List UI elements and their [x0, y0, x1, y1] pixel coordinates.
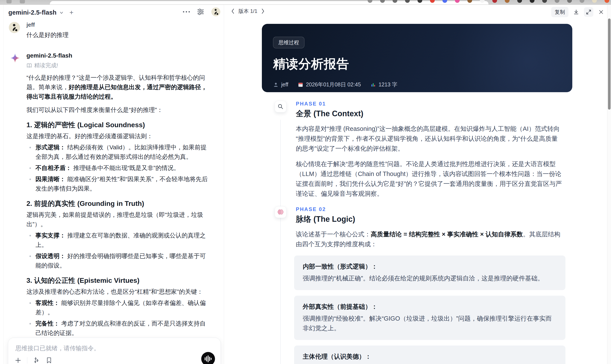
- bullet-item: 假设透明： 好的推理会明确指明哪些是已知事实，哪些是基于可能的假设。: [27, 251, 209, 270]
- card-title: 主体伦理（认识美德）：: [303, 352, 557, 361]
- new-chat-button[interactable]: +: [69, 9, 74, 16]
- bar-chart-icon: [371, 82, 376, 88]
- user-message: jeff 什么是好的推理: [9, 22, 209, 40]
- lead-in: 我们可以从以下四个维度来衡量什么是“好的推理”：: [27, 105, 209, 115]
- section: 2. 前提的真实性 (Grounding in Truth) 逻辑再完美，如果前…: [27, 199, 209, 270]
- extension-icon[interactable]: [368, 0, 372, 3]
- voice-input-button[interactable]: [201, 352, 215, 364]
- prev-version-icon[interactable]: [231, 8, 235, 14]
- phase-paragraph: 本内容是对“推理 (Reasoning)”这一抽象概念的高层建模。在知识爆炸与人…: [296, 124, 563, 153]
- section-desc: 这是推理的基石。好的推理必须遵循逻辑法则：: [27, 131, 209, 141]
- extension-icon[interactable]: [380, 0, 385, 3]
- user-avatar[interactable]: [211, 7, 220, 16]
- sections-list: 1. 逻辑的严密性 (Logical Soundness) 这是推理的基石。好的…: [27, 120, 209, 364]
- assistant-message: gemini-2.5-flash 精读完成! “什么是好的推理？”这是一个涉及逻…: [9, 52, 209, 364]
- divider: [27, 357, 27, 364]
- person-icon: [273, 82, 279, 88]
- extension-icon[interactable]: [417, 0, 422, 3]
- report-hero-card: 思维过程 精读分析报告 jeff: [262, 24, 572, 92]
- extension-icon[interactable]: [530, 0, 534, 3]
- extension-icon[interactable]: [555, 0, 559, 3]
- extension-icon[interactable]: [542, 0, 547, 3]
- phase-label: PHASE 01: [296, 101, 363, 107]
- expand-icon[interactable]: [584, 7, 593, 17]
- bullet-item: 不自相矛盾： 推理链条中不能出现“既是又非”的情况。: [27, 163, 209, 173]
- section-title: 3. 认知的公正性 (Epistemic Virtues): [27, 276, 209, 285]
- extension-icon[interactable]: [455, 0, 460, 3]
- phase-2-body: 该论述基于一个核心公式：高质量结论 = 结构完整性 × 事实准确性 × 认知自律…: [262, 229, 563, 249]
- extension-icon[interactable]: [580, 0, 584, 3]
- download-icon[interactable]: [571, 7, 581, 17]
- section-title: 2. 前提的真实性 (Grounding in Truth): [27, 199, 209, 208]
- date-meta: 2026年01月08日 02:45: [298, 81, 361, 88]
- extension-icon[interactable]: [505, 0, 509, 3]
- next-version-icon[interactable]: [261, 8, 265, 14]
- section-title: 1. 逻辑的严密性 (Logical Soundness): [27, 120, 209, 129]
- model-title[interactable]: gemini-2.5-flash: [8, 9, 56, 16]
- extension-icon[interactable]: [430, 0, 435, 3]
- browser-extensions-row: [368, 0, 609, 3]
- extension-icon[interactable]: [567, 0, 572, 3]
- bullet-item: 事实支撑： 推理建立在可靠的数据、准确的观测或公认的真理之上。: [27, 231, 209, 250]
- bullet-item: 完备性： 考虑了对立的观点和潜在的反证，而不是只选择支持自己结论的证据。: [27, 319, 209, 338]
- browser-nav-icon[interactable]: [20, 0, 25, 3]
- card-title: 外部真实性（前提基础）：: [303, 302, 557, 311]
- card-body: 强调推理的“机械正确”。结论必须在给定的规则系统内逻辑自洽，这是推理的硬件基础。: [303, 273, 557, 283]
- settings-sliders-icon[interactable]: [196, 8, 205, 16]
- scrollbar-thumb[interactable]: [608, 18, 611, 110]
- formula-paragraph: 该论述基于一个核心公式：高质量结论 = 结构完整性 × 事实准确性 × 认知自律…: [296, 229, 563, 249]
- extension-icon[interactable]: [405, 0, 410, 3]
- chat-scroll-area[interactable]: jeff 什么是好的推理 gemini-2.5-flash: [4, 18, 224, 364]
- chat-panel: gemini-2.5-flash +: [3, 5, 224, 364]
- report-title: 精读分析报告: [273, 56, 561, 72]
- phase-2-section: PHASE 02 脉络 (The Logic) 该论述基于一个核心公式：高质量结…: [262, 206, 572, 249]
- phase-label: PHASE 02: [296, 206, 355, 212]
- card-body: 强调推理的“经验校准”。解决“GIGO（垃圾进，垃圾出）”问题，确保推理引擎运行…: [303, 314, 557, 333]
- assistant-name: gemini-2.5-flash: [27, 52, 209, 59]
- close-icon[interactable]: [596, 7, 606, 17]
- app-window: gemini-2.5-flash +: [0, 5, 611, 364]
- dimension-card: 内部一致性（形式逻辑）： 强调推理的“机械正确”。结论必须在给定的规则系统内逻辑…: [294, 256, 565, 290]
- user-message-text: 什么是好的推理: [27, 30, 209, 40]
- extension-icon[interactable]: [592, 0, 597, 3]
- bullet-item: 形式逻辑： 结构必须有效（Valid）。比如演绎推理中，如果前提全部为真，那么通…: [27, 143, 209, 162]
- bullet-list: 事实支撑： 推理建立在可靠的数据、准确的观测或公认的真理之上。 假设透明： 好的…: [27, 231, 209, 270]
- assistant-status: 精读完成!: [27, 62, 209, 69]
- window-scrollbar[interactable]: [607, 5, 611, 364]
- phase-1-body: 本内容是对“推理 (Reasoning)”这一抽象概念的高层建模。在知识爆炸与人…: [262, 124, 563, 198]
- magnifier-icon: [275, 101, 286, 112]
- book-icon: [27, 63, 32, 68]
- extension-icon[interactable]: [467, 0, 472, 3]
- gemini-star-icon: [11, 53, 20, 63]
- chevron-down-icon[interactable]: [59, 10, 64, 15]
- attach-plus-icon[interactable]: [15, 357, 22, 364]
- extension-icon[interactable]: [480, 0, 485, 3]
- hero-badge: 思维过程: [273, 37, 305, 48]
- extension-icon[interactable]: [442, 0, 447, 3]
- sparkle-tools-icon[interactable]: [33, 357, 40, 364]
- assistant-body: “什么是好的推理？”这是一个涉及逻辑学、认知科学和哲学核心的问题。简单来说，好的…: [27, 73, 209, 364]
- artifact-scroll-area[interactable]: 思维过程 精读分析报告 jeff: [224, 18, 607, 364]
- extension-icon[interactable]: [605, 0, 609, 3]
- calendar-icon: [298, 82, 303, 88]
- author-meta: jeff: [273, 81, 288, 88]
- extension-icon[interactable]: [492, 0, 497, 3]
- bullet-list: 形式逻辑： 结构必须有效（Valid）。比如演绎推理中，如果前提全部为真，那么通…: [27, 143, 209, 193]
- bookmark-icon[interactable]: [46, 357, 52, 364]
- composer-input[interactable]: 思维接口已就绪，请传输指令。: [15, 344, 213, 352]
- extension-icon[interactable]: [393, 0, 397, 3]
- copy-button[interactable]: 复制: [551, 7, 569, 17]
- artifact-panel: 版本 1/1 复制: [224, 5, 607, 364]
- wordcount-meta: 1213 字: [371, 81, 398, 88]
- chat-header: gemini-2.5-flash +: [4, 5, 224, 18]
- report-meta: jeff 2026年01月08日 02:45: [273, 81, 561, 88]
- artifact-toolbar: 版本 1/1 复制: [224, 5, 607, 18]
- extension-icon[interactable]: [517, 0, 522, 3]
- dimension-card: 外部真实性（前提基础）： 强调推理的“经验校准”。解决“GIGO（垃圾进，垃圾出…: [294, 296, 565, 340]
- phase-paragraph: 核心情境在于解决“思考的随意性”问题。不论是人类通过批判性思维进行决策，还是大语…: [296, 159, 563, 198]
- user-name: jeff: [27, 22, 209, 28]
- browser-nav-icon[interactable]: [6, 0, 12, 3]
- version-label: 版本 1/1: [239, 8, 257, 15]
- more-options-icon[interactable]: [183, 11, 190, 13]
- phase-title: 脉络 (The Logic): [296, 214, 355, 224]
